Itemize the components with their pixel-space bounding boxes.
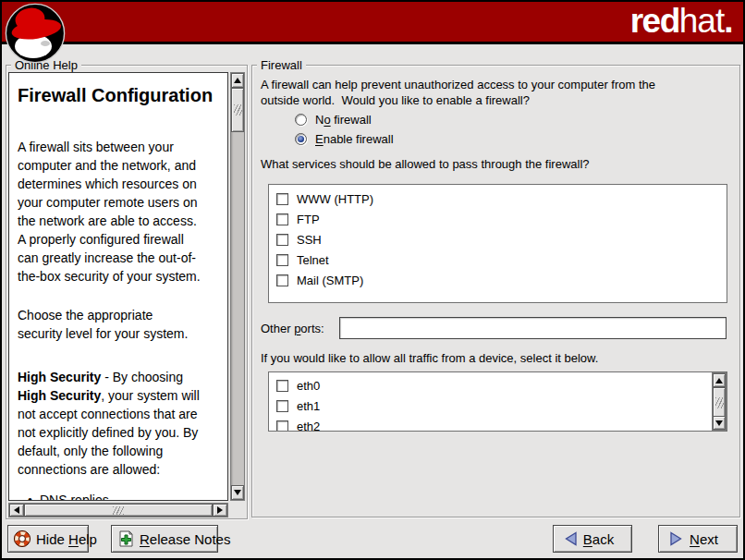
service-label: FTP xyxy=(297,213,320,226)
arrow-right-icon xyxy=(217,506,223,514)
release-notes-icon xyxy=(117,530,135,548)
help-horizontal-scrollbar[interactable] xyxy=(8,503,228,517)
scroll-left-button[interactable] xyxy=(9,504,24,517)
redhat-shadowman-logo-icon xyxy=(5,3,67,65)
wordmark-light: hat xyxy=(679,2,724,40)
device-row-eth1[interactable]: eth1 xyxy=(269,396,714,416)
back-button[interactable]: Back xyxy=(553,525,632,553)
hide-help-button[interactable]: Hide Help xyxy=(7,525,89,553)
help-text: default, only the following xyxy=(18,442,227,460)
next-button[interactable]: Next xyxy=(658,525,738,553)
service-label: Mail (SMTP) xyxy=(297,274,363,287)
radio-no-firewall[interactable]: No firewall xyxy=(295,113,372,127)
service-row-www[interactable]: WWW (HTTP) xyxy=(269,189,727,209)
checkbox-icon[interactable] xyxy=(276,254,288,266)
release-notes-button[interactable]: Release Notes xyxy=(111,525,218,553)
header-divider xyxy=(2,42,743,44)
checkbox-icon[interactable] xyxy=(276,213,288,225)
service-row-telnet[interactable]: Telnet xyxy=(269,250,727,270)
firewall-frame-label: Firewall xyxy=(257,58,306,72)
next-label: Next xyxy=(684,531,724,547)
help-paragraph: Choose the appropriate security level fo… xyxy=(18,306,227,343)
device-label: eth2 xyxy=(297,420,320,432)
help-bullet-item: •DNS replies xyxy=(18,491,227,501)
wordmark-bold: red xyxy=(630,2,679,40)
redhat-wordmark: redhat. xyxy=(630,4,732,39)
service-label: SSH xyxy=(297,233,322,247)
help-paragraph: High Security - By choosing High Securit… xyxy=(18,368,227,479)
help-text: connections are allowed: xyxy=(18,460,227,479)
help-bullet-text: DNS replies xyxy=(40,493,109,501)
devices-instruction: If you would like to allow all traffic f… xyxy=(261,351,598,365)
checkbox-icon[interactable] xyxy=(276,234,288,246)
help-text: not accept connections that are xyxy=(18,405,227,423)
help-title: Firewall Configuration xyxy=(18,84,227,106)
help-text: - By choosing xyxy=(101,370,183,384)
checkbox-icon[interactable] xyxy=(276,380,288,392)
scroll-right-button[interactable] xyxy=(213,504,227,517)
wordmark-period: . xyxy=(724,2,732,40)
checkbox-icon[interactable] xyxy=(276,420,288,432)
radio-button-selected-icon[interactable] xyxy=(295,133,307,145)
scrollbar-thumb[interactable] xyxy=(231,88,244,132)
help-text: , your system will xyxy=(101,388,200,403)
device-label: eth0 xyxy=(297,379,320,393)
life-ring-icon xyxy=(13,530,31,548)
services-question: What services should be allowed to pass … xyxy=(261,157,590,171)
back-label: Back xyxy=(579,531,618,547)
scroll-down-button[interactable] xyxy=(231,485,244,500)
service-label: Telnet xyxy=(297,253,329,267)
service-row-mail[interactable]: Mail (SMTP) xyxy=(269,271,727,290)
back-arrow-icon xyxy=(563,530,579,547)
help-text-viewport: Firewall Configuration A firewall sits b… xyxy=(8,72,228,501)
thumb-grip-icon xyxy=(234,104,242,116)
services-list[interactable]: WWW (HTTP) FTP SSH Telnet Mail (SMTP) xyxy=(268,184,727,303)
arrow-up-icon xyxy=(715,378,723,383)
scroll-down-button[interactable] xyxy=(713,416,726,430)
radio-enable-firewall[interactable]: Enable firewall xyxy=(295,132,394,146)
checkbox-icon[interactable] xyxy=(276,400,288,412)
help-bold-text: High Security xyxy=(18,388,101,403)
device-row-eth0[interactable]: eth0 xyxy=(269,375,714,396)
checkbox-icon[interactable] xyxy=(276,193,288,205)
device-row-eth2[interactable]: eth2 xyxy=(269,416,714,431)
thumb-grip-icon xyxy=(715,397,724,408)
radio-enable-firewall-label: Enable firewall xyxy=(315,132,394,146)
arrow-down-icon xyxy=(234,490,241,495)
scrollbar-thumb[interactable] xyxy=(713,387,726,418)
radio-button-icon[interactable] xyxy=(295,114,307,126)
service-row-ssh[interactable]: SSH xyxy=(269,230,727,250)
device-label: eth1 xyxy=(297,399,320,413)
scroll-up-button[interactable] xyxy=(713,373,726,387)
next-arrow-icon xyxy=(668,530,684,547)
checkbox-icon[interactable] xyxy=(276,274,288,286)
arrow-down-icon xyxy=(715,420,723,426)
scrollbar-thumb[interactable] xyxy=(24,504,213,517)
release-notes-label: Release Notes xyxy=(140,531,230,547)
other-ports-input[interactable] xyxy=(339,317,727,339)
other-ports-label: Other ports: xyxy=(261,322,324,335)
devices-vertical-scrollbar[interactable] xyxy=(712,372,727,431)
scroll-up-button[interactable] xyxy=(231,73,244,88)
arrow-left-icon xyxy=(14,506,19,514)
service-row-ftp[interactable]: FTP xyxy=(269,210,727,229)
installer-window: redhat. ® Online Help Firewall Configura… xyxy=(0,0,745,560)
bullet-icon: • xyxy=(28,491,40,501)
radio-no-firewall-label: No firewall xyxy=(315,113,372,127)
hide-help-label: Hide Help xyxy=(36,531,97,547)
help-text: not explicitly defined by you. By xyxy=(18,423,227,442)
arrow-up-icon xyxy=(234,78,241,83)
help-vertical-scrollbar[interactable] xyxy=(230,72,245,501)
service-label: WWW (HTTP) xyxy=(297,192,373,206)
devices-list[interactable]: eth0 eth1 eth2 xyxy=(268,371,727,432)
help-bold-text: High Security xyxy=(18,370,101,384)
help-paragraph: A firewall sits between your computer an… xyxy=(18,138,227,286)
firewall-intro-text: A firewall can help prevent unauthorized… xyxy=(261,77,655,108)
thumb-grip-icon xyxy=(113,506,124,515)
